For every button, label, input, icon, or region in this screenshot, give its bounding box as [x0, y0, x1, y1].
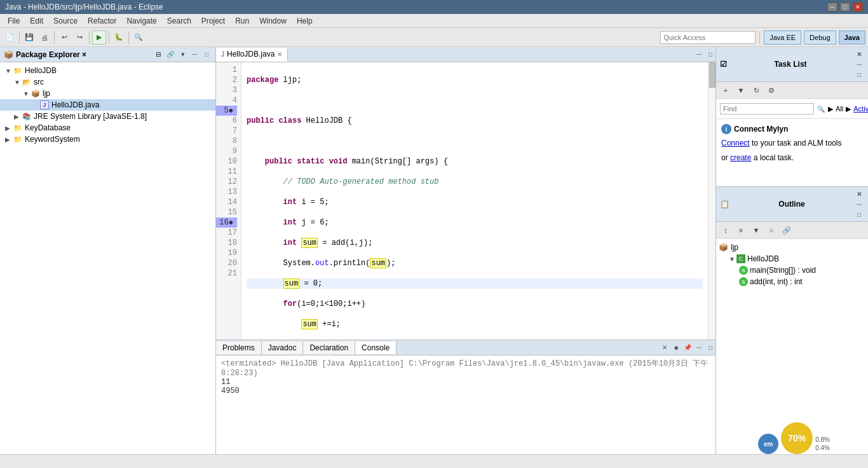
print-button[interactable]: 🖨 [37, 31, 51, 45]
new-button[interactable]: 📄 [3, 31, 17, 45]
maximize-panel-button[interactable]: □ [201, 50, 212, 60]
expand-arrow-src: ▼ [14, 79, 22, 86]
menu-edit[interactable]: Edit [25, 15, 48, 27]
outline-link-button[interactable]: 🔗 [780, 223, 794, 237]
line-num-21: 21 [216, 268, 237, 279]
outline-tree: 📦 ljp ▼ C HelloJDB S main(String[]) : vo… [716, 239, 868, 454]
tree-item-keydatabase[interactable]: ▶ 📁 KeyDatabase [0, 122, 215, 134]
outline-header: 📋 Outline ✕ ─ □ [716, 187, 868, 222]
task-list-close-button[interactable]: ✕ [854, 49, 864, 59]
menu-file[interactable]: File [3, 15, 25, 27]
line-num-6: 6 [216, 116, 237, 126]
tree-item-keywordsystem[interactable]: ▶ 📁 KeywordSystem [0, 134, 215, 145]
tree-item-src[interactable]: ▼ 📂 src [0, 76, 215, 88]
outline-item-main[interactable]: S main(String[]) : void [716, 265, 868, 276]
tree-item-ljp[interactable]: ▼ 📦 ljp [0, 88, 215, 99]
bottom-minimize-button[interactable]: ─ [694, 343, 704, 353]
package-explorer-header: 📦 Package Explorer × ⊟ 🔗 ▾ ─ □ [0, 47, 215, 62]
task-find-input[interactable] [720, 103, 814, 114]
tree-item-hellojdb-java[interactable]: ▶ J HelloJDB.java [0, 99, 215, 111]
editor-minimize-button[interactable]: ─ [694, 50, 704, 60]
menu-window[interactable]: Window [254, 15, 292, 27]
library-icon: 📚 [22, 111, 32, 121]
task-list-minimize-button[interactable]: ─ [854, 59, 864, 69]
connect-link[interactable]: Connect [721, 139, 750, 148]
task-activate-label[interactable]: Activate... [853, 105, 868, 113]
outline-group-button[interactable]: ≡ [734, 223, 748, 237]
outline-label-ljp: ljp [731, 243, 738, 252]
bottom-stop-button[interactable]: ■ [671, 343, 681, 353]
menu-source[interactable]: Source [48, 15, 83, 27]
debug-perspective-button[interactable]: Debug [804, 31, 836, 45]
menu-refactor[interactable]: Refactor [83, 15, 121, 27]
code-content[interactable]: package ljp; public class HelloJDB { pub… [241, 62, 708, 340]
outline-filter-button[interactable]: ▼ [749, 223, 763, 237]
tab-close-button[interactable]: ✕ [277, 51, 282, 58]
collapse-all-button[interactable]: ⊟ [153, 50, 163, 60]
menu-help[interactable]: Help [292, 15, 318, 27]
java-ee-perspective-button[interactable]: Java EE [764, 31, 801, 45]
outline-close-button[interactable]: ✕ [854, 189, 864, 199]
outline-label-add: add(int, int) : int [750, 277, 803, 286]
tab-declaration[interactable]: Declaration [303, 341, 355, 354]
connect-desc-1: to your task and ALM tools [750, 139, 842, 148]
link-editor-button[interactable]: 🔗 [165, 50, 175, 60]
code-line-13: sum +=i; [247, 319, 703, 329]
outline-minimize-button[interactable]: ─ [854, 199, 864, 209]
create-link[interactable]: create [730, 153, 751, 162]
method-icon-main: S [739, 266, 748, 275]
menu-run[interactable]: Run [230, 15, 254, 27]
task-sync-button[interactable]: ↻ [749, 83, 763, 97]
save-button[interactable]: 💾 [22, 31, 36, 45]
tree-item-hellojdb[interactable]: ▼ 📁 HelloJDB [0, 65, 215, 76]
bottom-tabs: Problems Javadoc Declaration Console ✕ ■… [216, 340, 715, 355]
minimize-button[interactable]: ─ [827, 3, 837, 11]
task-list-maximize-button[interactable]: □ [854, 69, 864, 79]
tab-console[interactable]: Console [355, 341, 397, 354]
task-new-button[interactable]: + [719, 83, 733, 97]
tree-item-jre-library[interactable]: ▶ 📚 JRE System Library [JavaSE-1.8] [0, 111, 215, 122]
editor-scrollbar[interactable] [708, 62, 715, 340]
outline-hide-button[interactable]: ○ [764, 223, 778, 237]
code-editor[interactable]: 1 2 3 4 5◆ 6 7 8 9 10 11 12 13 14 15 16◆ [216, 62, 715, 340]
outline-item-add[interactable]: S add(int, int) : int [716, 276, 868, 287]
tab-problems[interactable]: Problems [216, 341, 262, 354]
java-perspective-button[interactable]: Java [839, 31, 865, 45]
task-settings-button[interactable]: ⚙ [764, 83, 778, 97]
editor-tab-hellojdb[interactable]: J HelloJDB.java ✕ [216, 48, 288, 62]
menu-search[interactable]: Search [162, 15, 196, 27]
minimize-panel-button[interactable]: ─ [189, 50, 200, 60]
package-explorer-icon: 📦 [4, 50, 13, 59]
quick-access-input[interactable] [660, 31, 756, 44]
maximize-button[interactable]: □ [840, 3, 850, 11]
bottom-clear-button[interactable]: ✕ [660, 343, 670, 353]
task-all-label: All [836, 105, 843, 113]
package-icon: 📦 [31, 88, 41, 99]
redo-button[interactable]: ↪ [72, 31, 86, 45]
line-num-13: 13 [216, 187, 237, 197]
line-num-10: 10 [216, 156, 237, 167]
debug-button[interactable]: 🐛 [112, 31, 126, 45]
task-search-button[interactable]: 🔍 [817, 102, 825, 116]
menu-project[interactable]: Project [196, 15, 230, 27]
tab-javadoc[interactable]: Javadoc [262, 341, 304, 354]
outline-item-hellojdb[interactable]: ▼ C HelloJDB [716, 253, 868, 265]
editor-tabs: J HelloJDB.java ✕ ─ □ [216, 47, 715, 62]
tree-label-jre: JRE System Library [JavaSE-1.8] [34, 112, 147, 121]
undo-button[interactable]: ↩ [57, 31, 71, 45]
search-toolbar-button[interactable]: 🔍 [132, 31, 146, 45]
outline-maximize-button[interactable]: □ [854, 209, 864, 219]
line-num-20: 20 [216, 258, 237, 268]
view-menu-button[interactable]: ▾ [177, 50, 187, 60]
run-button[interactable]: ▶ [92, 31, 106, 45]
line-num-15: 15 [216, 207, 237, 217]
task-filter-button[interactable]: ▼ [734, 83, 748, 97]
bottom-maximize-button[interactable]: □ [705, 343, 715, 353]
outline-sort-button[interactable]: ↕ [719, 223, 733, 237]
outline-item-ljp[interactable]: 📦 ljp [716, 242, 868, 253]
editor-maximize-button[interactable]: □ [705, 50, 715, 60]
close-button[interactable]: ✕ [853, 3, 863, 11]
bottom-pin-button[interactable]: 📌 [682, 343, 693, 353]
editor-scrollbar-thumb[interactable] [709, 62, 715, 88]
menu-navigate[interactable]: Navigate [121, 15, 161, 27]
